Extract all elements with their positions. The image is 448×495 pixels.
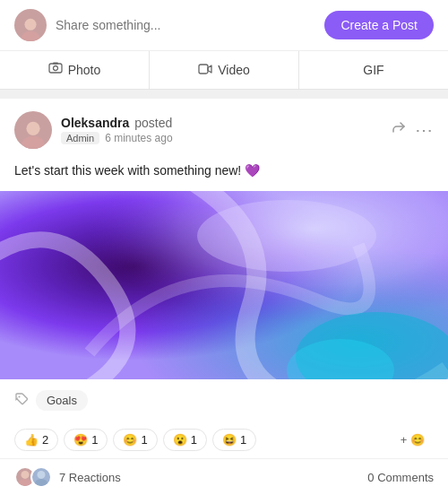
share-input[interactable] <box>56 18 315 32</box>
footer-avatar-2 <box>30 466 52 488</box>
tag-icon <box>14 392 29 410</box>
svg-rect-5 <box>199 65 208 74</box>
add-reaction-button[interactable]: + 😊 <box>392 430 434 450</box>
reaction-smile-emoji: 😊 <box>123 433 137 447</box>
add-reaction-label: + 😊 <box>401 433 425 447</box>
post-header: Oleksandra posted Admin 6 minutes ago ⋯ <box>0 99 448 158</box>
post-submeta: Admin 6 minutes ago <box>61 132 173 144</box>
tab-video-label: Video <box>218 63 250 77</box>
reaction-smile[interactable]: 😊 1 <box>113 429 157 451</box>
svg-rect-2 <box>49 64 62 73</box>
post-header-actions: ⋯ <box>392 119 434 141</box>
user-avatar <box>14 9 47 41</box>
svg-point-1 <box>22 31 40 41</box>
svg-point-13 <box>197 200 376 272</box>
reaction-wow-emoji: 😮 <box>173 433 187 447</box>
svg-point-7 <box>22 136 45 149</box>
post-author-name: Oleksandra <box>61 116 129 130</box>
reaction-laugh[interactable]: 😆 1 <box>212 429 256 451</box>
post-header-left: Oleksandra posted Admin 6 minutes ago <box>14 111 173 149</box>
svg-point-15 <box>22 471 30 479</box>
tag-row: Goals <box>0 379 448 421</box>
svg-point-3 <box>53 66 57 71</box>
share-icon[interactable] <box>392 121 406 139</box>
reactions-row: 👍 2 😍 1 😊 1 😮 1 😆 1 + 😊 <box>0 421 448 458</box>
reaction-thumbsup[interactable]: 👍 2 <box>14 429 58 451</box>
reaction-heart-eyes-count: 1 <box>91 433 98 447</box>
footer-left: 7 Reactions <box>14 466 121 488</box>
top-bar: Create a Post <box>0 0 448 51</box>
reaction-heart-eyes[interactable]: 😍 1 <box>64 429 108 451</box>
svg-point-14 <box>19 395 21 397</box>
reaction-smile-count: 1 <box>141 433 147 447</box>
photo-icon <box>48 62 63 78</box>
reaction-wow[interactable]: 😮 1 <box>163 429 207 451</box>
tab-photo[interactable]: Photo <box>0 51 150 89</box>
tab-photo-label: Photo <box>68 63 101 77</box>
svg-point-0 <box>24 19 36 30</box>
more-options-icon[interactable]: ⋯ <box>415 119 434 141</box>
reaction-wow-count: 1 <box>191 433 197 447</box>
reaction-heart-eyes-emoji: 😍 <box>73 433 88 447</box>
post-tag[interactable]: Goals <box>36 390 88 411</box>
media-tabs: Photo Video GIF <box>0 51 448 90</box>
reaction-laugh-count: 1 <box>240 433 246 447</box>
reaction-thumbsup-emoji: 👍 <box>24 433 39 447</box>
post-image <box>0 191 448 379</box>
svg-rect-4 <box>53 63 58 65</box>
reactions-count: 7 Reactions <box>59 471 121 484</box>
footer-avatars <box>14 466 52 488</box>
post-time: 6 minutes ago <box>105 132 172 144</box>
create-post-button[interactable]: Create a Post <box>324 11 434 39</box>
tab-video[interactable]: Video <box>150 51 299 89</box>
reaction-laugh-emoji: 😆 <box>222 433 237 447</box>
post-action-label: posted <box>134 116 172 130</box>
post-card: Oleksandra posted Admin 6 minutes ago ⋯ … <box>0 99 448 495</box>
svg-point-17 <box>38 471 46 479</box>
post-author-avatar <box>14 111 52 149</box>
post-footer: 7 Reactions 0 Comments <box>0 458 448 495</box>
reaction-thumbsup-count: 2 <box>42 433 48 447</box>
comments-count[interactable]: 0 Comments <box>367 471 434 484</box>
tab-gif[interactable]: GIF <box>299 51 448 89</box>
svg-point-16 <box>19 479 31 486</box>
svg-point-6 <box>26 122 39 135</box>
post-text: Let's start this week with something new… <box>0 158 448 191</box>
tab-gif-label: GIF <box>363 63 383 77</box>
post-meta: Oleksandra posted Admin 6 minutes ago <box>61 116 173 144</box>
post-author-line: Oleksandra posted <box>61 116 173 130</box>
author-badge: Admin <box>61 132 99 144</box>
video-icon <box>198 62 212 78</box>
svg-point-18 <box>35 479 47 486</box>
